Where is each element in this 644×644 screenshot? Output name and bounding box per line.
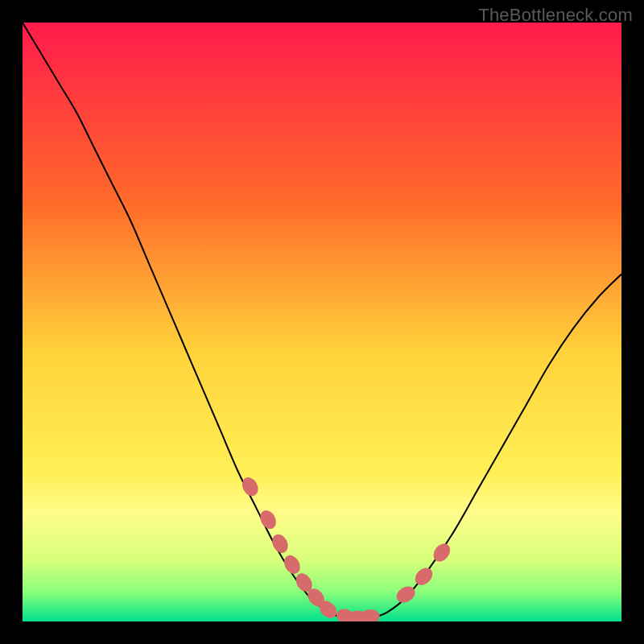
watermark-text: TheBottleneck.com: [478, 5, 633, 26]
chart-background: [23, 23, 621, 621]
chart-svg: [23, 23, 621, 621]
chart-stage: TheBottleneck.com: [0, 0, 644, 644]
